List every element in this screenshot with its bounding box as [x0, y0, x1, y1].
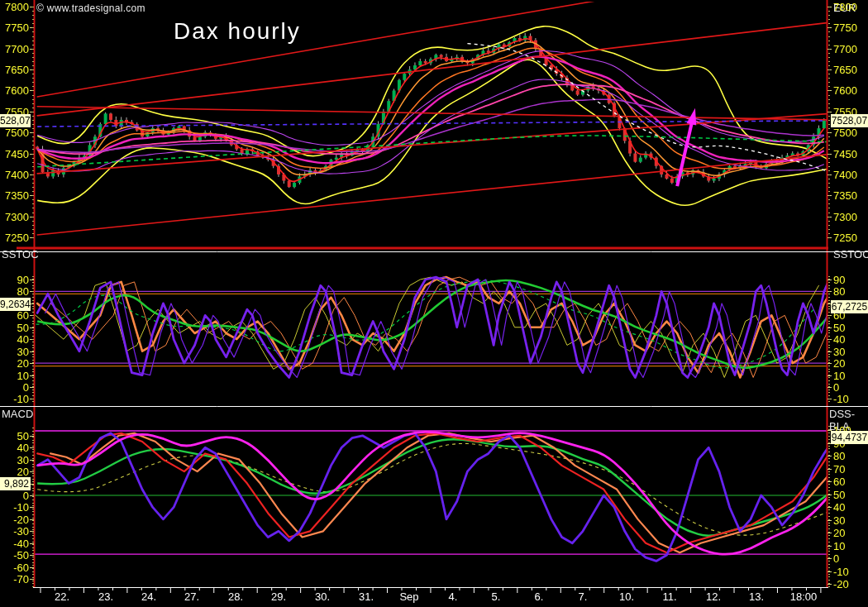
sstoc-left-value-box: 9,2634 — [0, 298, 31, 311]
x-axis-label: 23. — [98, 590, 113, 603]
axis-tick-label: 10 — [833, 539, 845, 552]
axis-tick-label: 20 — [17, 466, 29, 478]
x-axis-label: Sep — [399, 590, 418, 603]
chart-canvas[interactable] — [0, 0, 868, 607]
sstoc-right-value-box: 67,2725 — [831, 300, 868, 313]
axis-tick-label: 40 — [833, 501, 845, 514]
x-axis-label: 6. — [535, 590, 544, 603]
x-axis-label: 5. — [492, 590, 501, 603]
x-axis-label: 24. — [141, 590, 156, 603]
axis-tick-label: 30 — [17, 453, 29, 466]
axis-tick-label: -20 — [13, 513, 29, 525]
axis-tick-label: 20 — [833, 527, 845, 539]
axis-tick-label: -30 — [13, 525, 29, 538]
x-axis-label: 27. — [184, 590, 199, 603]
x-axis-label: 4. — [449, 590, 458, 603]
x-axis-label: 11. — [662, 590, 676, 603]
axis-tick-label: 50 — [17, 429, 29, 442]
copyright-text: © www.tradesignal.com — [36, 2, 145, 14]
x-axis-label: 22. — [55, 590, 69, 603]
axis-tick-label: -70 — [13, 573, 29, 585]
x-axis-label: 18:00 — [790, 590, 818, 603]
x-axis-label: 12. — [706, 590, 721, 603]
trading-chart-window: © www.tradesignal.com Dax hourly EUR SST… — [0, 0, 868, 607]
axis-tick-label: -40 — [13, 537, 29, 549]
axis-tick-label: 50 — [833, 488, 845, 500]
price-left-value-box: 528,07 — [0, 114, 31, 127]
x-axis-label: 31. — [359, 590, 374, 603]
axis-tick-label: 30 — [833, 514, 845, 526]
x-axis-label: 7. — [579, 590, 588, 603]
axis-tick-label: -10 — [13, 501, 29, 514]
axis-tick-label: -10 — [833, 565, 849, 577]
x-axis-label: 28. — [228, 590, 243, 603]
macd-left-value-box: 9,892 — [0, 477, 31, 490]
axis-tick-label: -50 — [13, 549, 29, 562]
x-axis-label: 13. — [749, 590, 764, 603]
price-right-value-box: 7528,07 — [831, 114, 868, 127]
axis-tick-label: 80 — [833, 450, 845, 462]
x-axis-label: 10. — [619, 590, 634, 603]
axis-tick-label: -20 — [833, 578, 849, 590]
axis-tick-label: 70 — [833, 462, 845, 475]
axis-tick-label: 0 — [833, 552, 839, 565]
axis-tick-label: 60 — [833, 476, 845, 488]
axis-tick-label: -60 — [13, 561, 29, 573]
x-axis-label: 30. — [315, 590, 330, 603]
macd-right-value-box: 94,4737 — [831, 431, 868, 444]
x-axis-label: 29. — [271, 590, 286, 603]
time-axis: 22.23.24.27.28.29.30.31.Sep4.5.6.7.10.11… — [0, 590, 868, 607]
axis-tick-label: 40 — [17, 442, 29, 454]
axis-tick-label: 0 — [23, 490, 29, 502]
chart-title: Dax hourly — [174, 18, 301, 45]
